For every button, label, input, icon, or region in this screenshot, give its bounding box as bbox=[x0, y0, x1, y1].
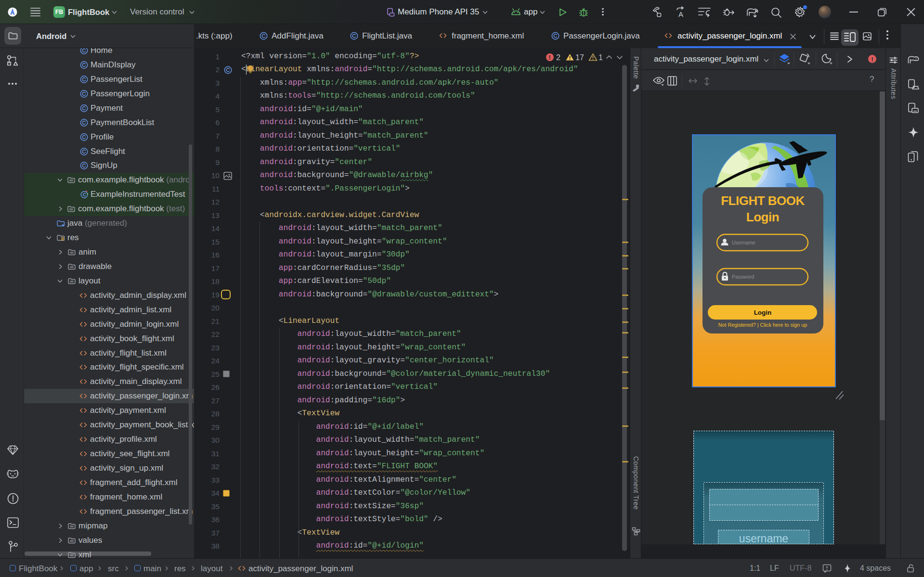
svg-text:A: A bbox=[678, 10, 683, 18]
svg-text:username: username bbox=[739, 532, 788, 544]
svg-text:Username: Username bbox=[732, 240, 755, 245]
svg-text:Password: Password bbox=[732, 274, 754, 280]
svg-text:FLIGHT BOOK: FLIGHT BOOK bbox=[721, 193, 805, 208]
svg-text:Login: Login bbox=[754, 309, 772, 316]
svg-text:Login: Login bbox=[746, 210, 779, 224]
svg-text:Not Registered? | Click here t: Not Registered? | Click here to sign up bbox=[718, 322, 807, 328]
